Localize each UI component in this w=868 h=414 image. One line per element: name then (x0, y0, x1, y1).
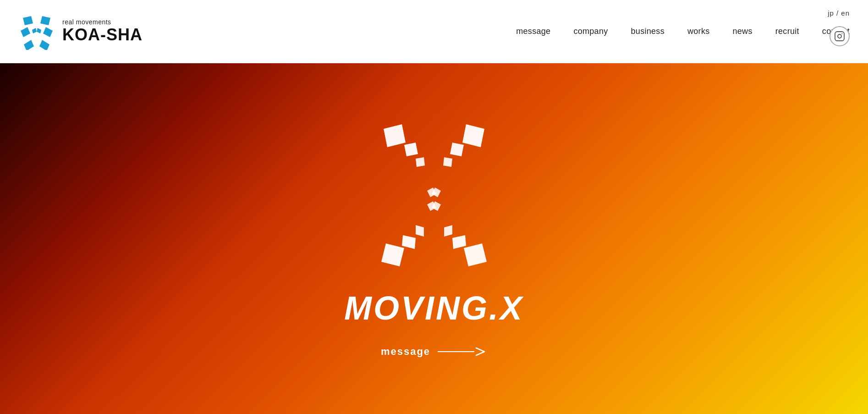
nav-business[interactable]: business (631, 27, 665, 36)
main-nav: message company business works news recr… (516, 27, 850, 36)
header-right: jp / en (828, 9, 850, 46)
svg-marker-3 (43, 27, 53, 37)
svg-marker-18 (402, 235, 416, 249)
instagram-icon (834, 31, 845, 42)
logo-area[interactable]: real movements KOA-SHA (18, 13, 143, 50)
nav-company[interactable]: company (573, 27, 608, 36)
instagram-button[interactable] (830, 26, 850, 46)
svg-point-10 (842, 33, 843, 34)
svg-marker-16 (443, 157, 452, 167)
logo-text: real movements KOA-SHA (62, 19, 143, 44)
svg-marker-13 (416, 157, 425, 167)
logo-brand: KOA-SHA (62, 26, 143, 44)
svg-marker-22 (444, 225, 452, 237)
nav-recruit[interactable]: recruit (775, 27, 799, 36)
svg-marker-21 (452, 235, 466, 249)
svg-marker-4 (24, 40, 34, 50)
hero-title: MOVING.X (344, 289, 524, 327)
svg-rect-8 (835, 32, 844, 41)
svg-marker-19 (416, 225, 424, 237)
lang-switcher[interactable]: jp / en (828, 9, 850, 17)
svg-marker-5 (39, 40, 49, 50)
svg-marker-0 (23, 16, 33, 25)
nav-works[interactable]: works (687, 27, 710, 36)
svg-marker-20 (464, 243, 487, 266)
logo-tagline: real movements (62, 19, 143, 26)
logo-icon (18, 13, 55, 50)
hero-section: MOVING.X message (0, 63, 868, 414)
svg-marker-15 (450, 143, 464, 156)
svg-marker-14 (462, 124, 484, 147)
hero-cta[interactable]: message (381, 345, 487, 358)
svg-marker-12 (404, 143, 418, 156)
svg-marker-6 (32, 28, 37, 33)
svg-marker-17 (381, 243, 404, 266)
hero-cta-label: message (381, 346, 430, 358)
arrow-chevron-icon (474, 345, 487, 358)
svg-marker-2 (21, 27, 30, 37)
nav-message[interactable]: message (516, 27, 550, 36)
arrow-icon (438, 345, 487, 358)
svg-marker-1 (40, 16, 50, 25)
nav-news[interactable]: news (733, 27, 753, 36)
svg-point-9 (838, 34, 841, 38)
svg-marker-7 (37, 28, 41, 33)
hero-logo-icon (356, 120, 512, 276)
svg-marker-11 (384, 124, 406, 147)
site-header: real movements KOA-SHA message company b… (0, 0, 868, 63)
